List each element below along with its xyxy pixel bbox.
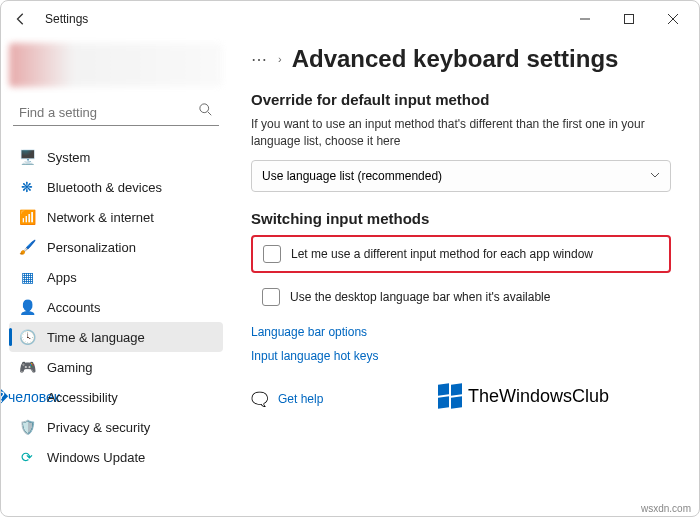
sidebar-item-label: Personalization <box>47 240 136 255</box>
sidebar-item-label: Time & language <box>47 330 145 345</box>
gamepad-icon: 🎮 <box>19 359 35 375</box>
person-icon: 👤 <box>19 299 35 315</box>
sidebar-item-label: System <box>47 150 90 165</box>
sidebar-item-label: Apps <box>47 270 77 285</box>
search-input[interactable] <box>19 105 199 120</box>
sidebar-item-accessibility[interactable]: �человекAccessibility <box>9 382 223 412</box>
titlebar: Settings <box>1 1 699 37</box>
window-title: Settings <box>45 12 88 26</box>
checkbox-icon[interactable] <box>262 288 280 306</box>
svg-rect-1 <box>625 15 634 24</box>
chevron-down-icon <box>650 169 660 183</box>
sidebar-item-network-internet[interactable]: 📶Network & internet <box>9 202 223 232</box>
brush-icon: 🖌️ <box>19 239 35 255</box>
section-switching-title: Switching input methods <box>251 210 671 227</box>
link-language-bar-options[interactable]: Language bar options <box>251 325 671 339</box>
sidebar-item-time-language[interactable]: 🕓Time & language <box>9 322 223 352</box>
minimize-button[interactable] <box>563 4 607 34</box>
display-icon: 🖥️ <box>19 149 35 165</box>
sidebar-item-gaming[interactable]: 🎮Gaming <box>9 352 223 382</box>
apps-icon: ▦ <box>19 269 35 285</box>
clock-icon: 🕓 <box>19 329 35 345</box>
maximize-button[interactable] <box>607 4 651 34</box>
bluetooth-icon: ❋ <box>19 179 35 195</box>
breadcrumb-more[interactable]: ⋯ <box>251 50 268 69</box>
checkbox-icon[interactable] <box>263 245 281 263</box>
link-input-hotkeys[interactable]: Input language hot keys <box>251 349 671 363</box>
sidebar-item-personalization[interactable]: 🖌️Personalization <box>9 232 223 262</box>
sidebar-item-label: Privacy & security <box>47 420 150 435</box>
sidebar-item-label: Network & internet <box>47 210 154 225</box>
wifi-icon: 📶 <box>19 209 35 225</box>
back-button[interactable] <box>5 3 37 35</box>
dropdown-value: Use language list (recommended) <box>262 169 442 183</box>
sidebar-item-label: Accounts <box>47 300 100 315</box>
sidebar-item-label: Windows Update <box>47 450 145 465</box>
sidebar: 🖥️System❋Bluetooth & devices📶Network & i… <box>1 37 231 516</box>
sidebar-item-privacy-security[interactable]: 🛡️Privacy & security <box>9 412 223 442</box>
sidebar-item-bluetooth-devices[interactable]: ❋Bluetooth & devices <box>9 172 223 202</box>
shield-icon: 🛡️ <box>19 419 35 435</box>
profile-card[interactable] <box>9 43 223 87</box>
get-help-link[interactable]: Get help <box>278 392 323 406</box>
accessibility-icon: �человек <box>19 389 35 405</box>
svg-point-4 <box>200 104 209 113</box>
checkbox-per-app-window[interactable]: Let me use a different input method for … <box>251 235 671 273</box>
section-override-desc: If you want to use an input method that'… <box>251 116 671 150</box>
sidebar-item-windows-update[interactable]: ⟳Windows Update <box>9 442 223 472</box>
sidebar-item-label: Gaming <box>47 360 93 375</box>
close-button[interactable] <box>651 4 695 34</box>
checkbox-label: Use the desktop language bar when it's a… <box>290 290 550 304</box>
breadcrumb: ⋯ › Advanced keyboard settings <box>251 45 671 73</box>
svg-line-5 <box>208 112 212 116</box>
checkbox-desktop-language-bar[interactable]: Use the desktop language bar when it's a… <box>251 279 671 315</box>
sidebar-item-system[interactable]: 🖥️System <box>9 142 223 172</box>
help-icon: 🗨️ <box>251 391 268 407</box>
sidebar-item-apps[interactable]: ▦Apps <box>9 262 223 292</box>
chevron-right-icon: › <box>278 53 282 65</box>
update-icon: ⟳ <box>19 449 35 465</box>
attribution-text: wsxdn.com <box>641 503 691 514</box>
input-method-dropdown[interactable]: Use language list (recommended) <box>251 160 671 192</box>
get-help-row[interactable]: 🗨️ Get help <box>251 391 671 407</box>
page-title: Advanced keyboard settings <box>292 45 619 73</box>
sidebar-item-label: Bluetooth & devices <box>47 180 162 195</box>
search-icon <box>199 103 213 121</box>
sidebar-item-accounts[interactable]: 👤Accounts <box>9 292 223 322</box>
main-content: ⋯ › Advanced keyboard settings Override … <box>231 37 699 516</box>
section-override-title: Override for default input method <box>251 91 671 108</box>
checkbox-label: Let me use a different input method for … <box>291 247 593 261</box>
search-box[interactable] <box>13 99 219 126</box>
sidebar-item-label: Accessibility <box>47 390 118 405</box>
